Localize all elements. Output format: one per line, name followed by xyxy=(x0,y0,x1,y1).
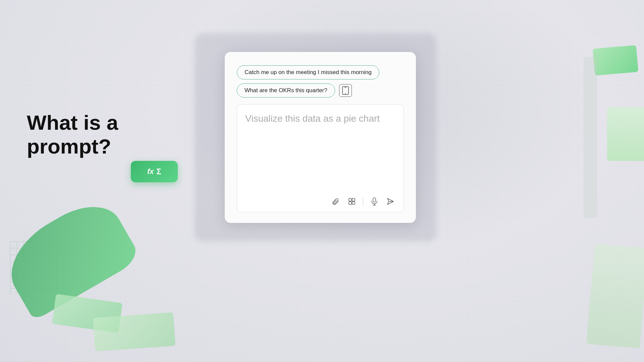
svg-point-2 xyxy=(345,93,345,94)
svg-rect-3 xyxy=(349,198,352,201)
bubble-1-text: Catch me up on the meeting I missed this… xyxy=(245,69,372,75)
chat-input-area[interactable]: Visualize this data as a pie chart xyxy=(237,104,404,212)
svg-rect-5 xyxy=(349,202,352,204)
deco-bottom-left-sq2 xyxy=(93,312,175,351)
bubble-row-2: What are the OKRs this quarter? xyxy=(237,83,404,98)
send-icon[interactable] xyxy=(385,196,395,206)
svg-rect-7 xyxy=(373,198,376,202)
heading-text: What is a prompt? xyxy=(27,111,118,158)
sigma-label: Σ xyxy=(157,167,161,176)
toolbar-divider xyxy=(363,197,363,205)
deco-top-right xyxy=(593,45,638,75)
prompt-bubbles-area: Catch me up on the meeting I missed this… xyxy=(237,65,404,98)
fx-label: fx xyxy=(147,167,154,176)
svg-rect-6 xyxy=(352,202,355,204)
prompt-bubble-1[interactable]: Catch me up on the meeting I missed this… xyxy=(237,65,379,79)
formula-button[interactable]: fx Σ xyxy=(131,161,178,182)
svg-rect-4 xyxy=(352,198,355,201)
phone-icon xyxy=(339,84,352,97)
deco-right-strip xyxy=(584,57,597,218)
mic-icon[interactable] xyxy=(369,196,379,206)
deco-mid-right xyxy=(607,107,644,161)
prompt-bubble-2[interactable]: What are the OKRs this quarter? xyxy=(237,83,335,98)
page-heading: What is a prompt? xyxy=(27,111,195,159)
input-placeholder-text: Visualize this data as a pie chart xyxy=(245,112,395,125)
bubble-row-1: Catch me up on the meeting I missed this… xyxy=(237,65,404,79)
bubble-2-text: What are the OKRs this quarter? xyxy=(245,87,327,94)
deco-bottom-right xyxy=(586,244,644,349)
plugin-icon[interactable] xyxy=(347,196,357,206)
attach-icon[interactable] xyxy=(331,196,341,206)
svg-rect-1 xyxy=(344,87,346,88)
main-card: Catch me up on the meeting I missed this… xyxy=(225,52,416,223)
input-toolbar xyxy=(245,196,395,206)
